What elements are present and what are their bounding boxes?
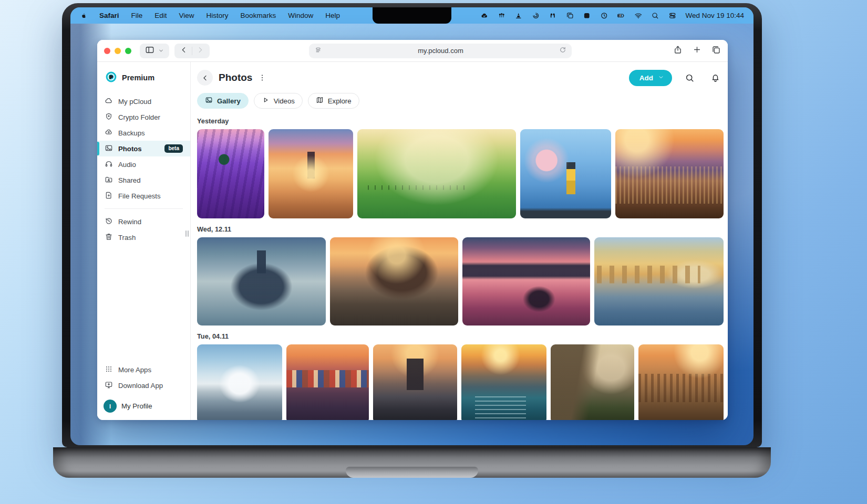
sidebar-toggle-button[interactable] <box>140 44 169 58</box>
menu-bookmarks[interactable]: Bookmarks <box>241 12 276 19</box>
menu-help[interactable]: Help <box>325 12 340 19</box>
more-options-icon[interactable] <box>258 74 266 82</box>
spotlight-icon[interactable] <box>651 12 659 20</box>
stage-manager-icon[interactable] <box>566 12 574 20</box>
avatar: I <box>104 400 117 413</box>
sidebar-item-more-apps[interactable]: More Apps <box>97 362 190 377</box>
photo-lavender-field-tree[interactable] <box>197 129 264 218</box>
sidebar-item-label: My pCloud <box>118 98 151 106</box>
tab-videos[interactable]: Videos <box>254 93 303 109</box>
sidebar-item-backups[interactable]: Backups <box>97 125 190 141</box>
photo-meteora-cliffs[interactable] <box>551 344 634 420</box>
zoom-window-button[interactable] <box>125 48 131 54</box>
sidebar-icon <box>145 45 154 57</box>
photo-cliff-coast-sunset[interactable] <box>461 344 546 420</box>
notifications-bell-button[interactable] <box>707 69 724 86</box>
menu-history[interactable]: History <box>207 12 229 19</box>
swirl-icon[interactable] <box>532 12 540 20</box>
menu-clock[interactable]: Wed Nov 19 10:44 <box>685 12 744 19</box>
sidebar-item-photos[interactable]: Photosbeta <box>97 141 190 156</box>
sidebar-item-label: Shared <box>118 176 141 184</box>
menu-view[interactable]: View <box>179 12 194 19</box>
sidebar-resize-handle[interactable] <box>185 230 189 237</box>
plan-label: Premium <box>122 74 154 82</box>
add-button-label: Add <box>639 74 653 82</box>
photo-sea-lighthouse-sunset[interactable] <box>269 129 353 218</box>
sidebar-item-trash[interactable]: Trash <box>97 229 190 245</box>
sidebar-item-my-pcloud[interactable]: My pCloud <box>97 93 190 109</box>
date-label: Tue, 04.11 <box>197 331 724 344</box>
photo-modern-architecture[interactable] <box>197 344 282 420</box>
time-machine-icon[interactable] <box>600 12 608 20</box>
menu-edit[interactable]: Edit <box>154 12 167 19</box>
back-circle-button[interactable] <box>197 70 213 86</box>
shield-icon <box>105 112 113 122</box>
control-center-icon[interactable] <box>668 12 677 20</box>
photo-moon-lighthouse[interactable] <box>520 129 611 218</box>
wifi-icon[interactable] <box>634 12 643 20</box>
tab-label: Videos <box>274 97 295 105</box>
forward-button[interactable] <box>196 46 204 56</box>
photo-old-town-sunset[interactable] <box>638 344 724 420</box>
photo-mont-saint-michel[interactable] <box>197 237 326 326</box>
photo-sea-stack-sunset[interactable] <box>330 237 458 326</box>
tab-explore[interactable]: Explore <box>308 93 359 109</box>
airpods-icon[interactable] <box>549 12 557 20</box>
battery-icon[interactable] <box>617 12 625 20</box>
tab-overview-icon[interactable] <box>711 45 721 57</box>
chevron-down-icon <box>158 46 164 56</box>
back-button[interactable] <box>180 46 188 56</box>
cloud-sync-icon[interactable] <box>480 12 489 20</box>
map-icon <box>316 96 324 106</box>
menu-file[interactable]: File <box>131 12 143 19</box>
sidebar-item-label: File Requests <box>118 192 161 200</box>
cone-icon[interactable] <box>514 12 523 20</box>
share-icon[interactable] <box>673 45 683 57</box>
photo-colorful-harbor-houses[interactable] <box>286 344 369 420</box>
svg-text:A: A <box>586 14 589 17</box>
page-settings-icon[interactable] <box>314 46 322 56</box>
headphones-icon <box>105 160 113 170</box>
photo-stone-lighthouse-dusk[interactable] <box>373 344 457 420</box>
menu-bar-left: Safari FileEditViewHistoryBookmarksWindo… <box>80 12 340 19</box>
url-text: my.pcloud.com <box>322 47 559 55</box>
folder-shared-icon <box>105 175 113 185</box>
sidebar-item-label: Backups <box>118 129 145 137</box>
tab-gallery[interactable]: Gallery <box>197 93 249 109</box>
pcloud-logo-icon: P <box>105 70 118 85</box>
apple-menu-icon[interactable] <box>80 12 87 19</box>
close-window-button[interactable] <box>104 48 110 54</box>
photo-city-of-arts-sunset[interactable] <box>594 237 724 326</box>
sidebar-item-crypto-folder[interactable]: Crypto Folder <box>97 109 190 125</box>
menu-app-name[interactable]: Safari <box>99 12 119 19</box>
gallery-tabs: GalleryVideosExplore <box>197 93 724 116</box>
new-tab-icon[interactable] <box>693 45 701 56</box>
input-source-icon[interactable]: A <box>583 12 591 20</box>
reload-icon[interactable] <box>559 46 566 55</box>
add-button[interactable]: Add <box>629 70 672 86</box>
sidebar-item-label: Audio <box>118 161 136 169</box>
tab-label: Explore <box>328 97 352 105</box>
date-label: Yesterday <box>197 116 724 129</box>
nav-buttons <box>174 44 210 58</box>
sidebar-item-shared[interactable]: Shared <box>97 172 190 188</box>
sidebar-item-download-app[interactable]: Download App <box>97 377 190 393</box>
photo-green-hills-fence[interactable] <box>357 129 515 218</box>
minimize-window-button[interactable] <box>115 48 121 54</box>
sidebar-divider <box>105 208 183 209</box>
sidebar-item-file-requests[interactable]: File Requests <box>97 188 190 204</box>
photo-hillside-town-sunset[interactable] <box>615 129 724 218</box>
search-button[interactable] <box>681 69 698 86</box>
address-bar[interactable]: my.pcloud.com <box>309 44 572 58</box>
sidebar-item-audio[interactable]: Audio <box>97 156 190 172</box>
sidebar-item-rewind[interactable]: Rewind <box>97 214 190 229</box>
photo-lake-island-dusk[interactable] <box>462 237 590 326</box>
party-icon[interactable] <box>498 12 506 20</box>
toolbar-center: my.pcloud.com <box>215 44 666 58</box>
menu-window[interactable]: Window <box>288 12 313 19</box>
photo-section: Tue, 04.11 <box>197 331 724 420</box>
sidebar-item-my-profile[interactable]: I My Profile <box>97 393 190 415</box>
rewind-icon <box>105 217 113 227</box>
sidebar-item-label: Photos <box>118 145 142 153</box>
browser-toolbar: my.pcloud.com <box>97 40 728 62</box>
